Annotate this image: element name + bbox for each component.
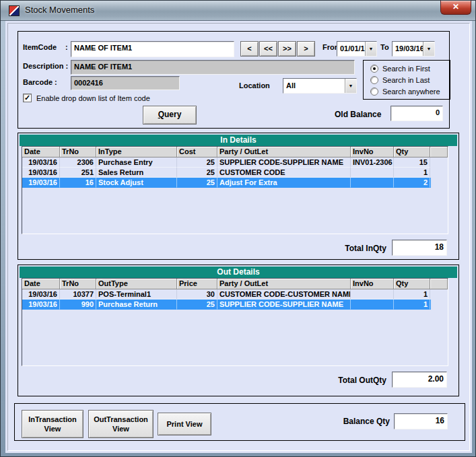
query-button[interactable]: Query bbox=[143, 106, 197, 125]
grid-cell: 19/03/16 bbox=[22, 300, 60, 310]
grid-cell: 10377 bbox=[60, 289, 96, 300]
column-header[interactable]: Party / OutLet bbox=[217, 147, 351, 157]
grid-cell: 19/03/16 bbox=[22, 178, 60, 188]
radio-label: Search in Last bbox=[382, 76, 430, 84]
total-outqty-field[interactable]: 2.00 bbox=[392, 372, 447, 388]
grid-cell bbox=[351, 168, 394, 178]
to-date-combo[interactable]: 19/03/16 ▼ bbox=[392, 41, 435, 57]
query-section: ItemCode : NAME OF ITEM1 < << >> > From … bbox=[18, 31, 450, 129]
grid-cell: 19/03/16 bbox=[22, 168, 60, 178]
out-details-grid[interactable]: DateTrNoOutTypePriceParty / OutLetInvNoQ… bbox=[22, 278, 448, 366]
grid-cell: Purchase Return bbox=[96, 300, 177, 310]
grid-cell: CUSTOMER CODE bbox=[217, 168, 351, 178]
close-button[interactable]: ✕ bbox=[440, 1, 471, 15]
nav-next-button[interactable]: >> bbox=[278, 41, 296, 57]
column-header[interactable]: Date bbox=[22, 147, 60, 157]
grid-cell: 1 bbox=[394, 168, 430, 178]
item-code-colon: : bbox=[65, 43, 68, 51]
radio-icon bbox=[370, 87, 378, 96]
title-bar[interactable]: Stock Movements ✕ bbox=[1, 1, 475, 21]
grid-cell: INV01-2306 bbox=[351, 157, 394, 168]
app-icon bbox=[9, 5, 20, 16]
in-details-grid[interactable]: DateTrNoInTypeCostParty / OutLetInvNoQty… bbox=[22, 146, 448, 234]
column-header[interactable]: OutType bbox=[96, 279, 177, 289]
from-date-combo[interactable]: 01/01/15 ▼ bbox=[337, 41, 377, 57]
check-icon: ✓ bbox=[24, 94, 30, 102]
column-header-filler bbox=[430, 279, 448, 289]
column-header[interactable]: TrNo bbox=[60, 147, 96, 157]
nav-last-button[interactable]: > bbox=[297, 41, 315, 57]
grid-cell: 251 bbox=[60, 168, 96, 178]
column-header-filler bbox=[430, 147, 448, 157]
table-row[interactable]: 19/03/1610377POS-Terminal130CUSTOMER COD… bbox=[22, 289, 431, 300]
in-transaction-view-button[interactable]: InTransaction View bbox=[22, 410, 83, 438]
grid-cell: 25 bbox=[177, 178, 217, 188]
balance-qty-label: Balance Qty bbox=[326, 417, 390, 426]
item-code-input[interactable]: NAME OF ITEM1 bbox=[71, 41, 234, 57]
radio-label: Search anywhere bbox=[382, 87, 440, 96]
total-inqty-field[interactable]: 18 bbox=[392, 240, 447, 256]
chevron-down-icon[interactable]: ▼ bbox=[345, 79, 356, 93]
total-inqty-label: Total InQty bbox=[289, 244, 386, 253]
grid-cell: 1 bbox=[394, 300, 430, 310]
enable-dropdown-checkbox[interactable]: ✓ bbox=[23, 94, 32, 102]
radio-search-in-first[interactable]: Search in First bbox=[370, 64, 430, 73]
nav-prev-button[interactable]: << bbox=[259, 41, 277, 57]
grid-cell: 1 bbox=[394, 289, 430, 300]
grid-cell: CUSTOMER CODE-CUSTOMER NAME bbox=[217, 289, 351, 300]
column-header[interactable]: InvNo bbox=[351, 147, 394, 157]
radio-search-in-last[interactable]: Search in Last bbox=[370, 75, 430, 84]
barcode-field: 0002416 bbox=[71, 76, 180, 90]
column-header[interactable]: Qty bbox=[394, 279, 430, 289]
old-balance-label: Old Balance bbox=[335, 110, 381, 119]
column-header[interactable]: TrNo bbox=[60, 279, 96, 289]
grid-cell: Stock Adjust bbox=[96, 178, 177, 188]
grid-cell: 19/03/16 bbox=[22, 289, 60, 300]
column-header[interactable]: InvNo bbox=[351, 279, 394, 289]
radio-search-anywhere[interactable]: Search anywhere bbox=[370, 87, 440, 96]
radio-icon bbox=[370, 76, 378, 84]
print-view-button[interactable]: Print View bbox=[158, 413, 211, 435]
in-details-section: In Details DateTrNoInTypeCostParty / Out… bbox=[18, 133, 459, 260]
location-label: Location bbox=[239, 81, 270, 90]
description-label: Description : bbox=[23, 62, 68, 70]
search-options-group: Search in First Search in Last Search an… bbox=[363, 60, 450, 100]
grid-cell: 15 bbox=[394, 157, 430, 168]
table-row[interactable]: 19/03/1616Stock Adjust25Adjust For Extra… bbox=[22, 178, 431, 188]
description-field: NAME OF ITEM1 bbox=[71, 60, 355, 75]
chevron-down-icon[interactable]: ▼ bbox=[423, 42, 434, 56]
nav-first-button[interactable]: < bbox=[240, 41, 259, 57]
out-transaction-view-button[interactable]: OutTransaction View bbox=[88, 410, 154, 438]
table-row[interactable]: 19/03/16990Purchase Return25SUPPLIER COD… bbox=[22, 300, 431, 310]
column-header[interactable]: Date bbox=[22, 279, 60, 289]
out-details-title: Out Details bbox=[20, 267, 457, 278]
grid-cell bbox=[351, 300, 394, 310]
column-header[interactable]: Price bbox=[177, 279, 217, 289]
balance-qty-field[interactable]: 16 bbox=[394, 413, 448, 429]
old-balance-field[interactable]: 0 bbox=[390, 106, 443, 121]
grid-cell: 30 bbox=[177, 289, 217, 300]
column-header[interactable]: Party / OutLet bbox=[217, 279, 351, 289]
table-row[interactable]: 19/03/16251Sales Return25CUSTOMER CODE1 bbox=[22, 168, 431, 178]
window-title: Stock Movements bbox=[25, 5, 94, 15]
grid-cell: SUPPLIER CODE-SUPPLIER NAME bbox=[217, 300, 351, 310]
grid-cell: 2 bbox=[394, 178, 430, 188]
column-header[interactable]: InType bbox=[96, 147, 177, 157]
enable-dropdown-label: Enable drop down list of Item code bbox=[36, 94, 150, 102]
to-date-value: 19/03/16 bbox=[393, 42, 423, 56]
grid-cell: Adjust For Extra bbox=[217, 178, 351, 188]
column-header[interactable]: Cost bbox=[177, 147, 217, 157]
item-code-label: ItemCode bbox=[23, 43, 57, 51]
grid-cell: 16 bbox=[60, 178, 96, 188]
from-date-value: 01/01/15 bbox=[337, 42, 365, 56]
total-outqty-label: Total OutQty bbox=[289, 376, 386, 385]
close-icon: ✕ bbox=[452, 2, 459, 11]
grid-cell bbox=[351, 289, 394, 300]
footer-section: InTransaction View OutTransaction View P… bbox=[14, 403, 465, 441]
column-header[interactable]: Qty bbox=[394, 147, 430, 157]
table-row[interactable]: 19/03/162306Purchase Entry25SUPPLIER COD… bbox=[22, 157, 431, 168]
radio-icon bbox=[370, 65, 378, 73]
grid-cell: 25 bbox=[177, 300, 217, 310]
chevron-down-icon[interactable]: ▼ bbox=[365, 42, 376, 56]
location-combo[interactable]: All ▼ bbox=[283, 78, 357, 94]
